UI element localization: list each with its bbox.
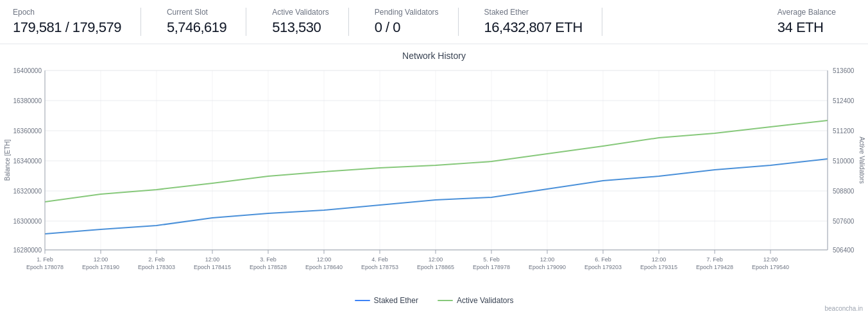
stat-epoch-label: Epoch (13, 8, 121, 17)
stat-epoch: Epoch 179,581 / 179,579 (13, 8, 141, 36)
svg-text:Epoch 178190: Epoch 178190 (82, 264, 119, 270)
watermark: beaconcha.in (825, 305, 864, 312)
svg-text:Epoch 178753: Epoch 178753 (361, 264, 398, 270)
svg-text:512400: 512400 (833, 97, 855, 104)
svg-text:7. Feb: 7. Feb (706, 256, 723, 263)
svg-text:6. Feb: 6. Feb (595, 256, 611, 263)
svg-text:12:00: 12:00 (540, 256, 555, 263)
legend-active-validators: Active Validators (438, 296, 513, 305)
svg-text:Epoch 178415: Epoch 178415 (194, 264, 231, 270)
svg-text:Active Validators: Active Validators (858, 136, 865, 184)
staked-ether-legend-icon (355, 300, 370, 301)
svg-text:3. Feb: 3. Feb (260, 256, 277, 263)
stat-staked-ether-label: Staked Ether (484, 8, 583, 17)
stat-avg-balance-label: Average Balance (778, 8, 836, 17)
stat-slot-label: Current Slot (167, 8, 226, 17)
svg-text:510000: 510000 (833, 158, 855, 165)
svg-text:507600: 507600 (833, 218, 855, 225)
active-validators-legend-icon (438, 300, 453, 301)
stat-pending-validators-label: Pending Validators (375, 8, 439, 17)
svg-text:5. Feb: 5. Feb (483, 256, 500, 263)
svg-text:Epoch 178528: Epoch 178528 (250, 264, 287, 270)
svg-text:12:00: 12:00 (205, 256, 220, 263)
stat-epoch-value: 179,581 / 179,579 (13, 19, 121, 36)
svg-text:Epoch 178640: Epoch 178640 (305, 264, 343, 270)
svg-text:16400000: 16400000 (13, 67, 42, 74)
svg-text:2. Feb: 2. Feb (148, 256, 165, 263)
svg-text:508800: 508800 (833, 188, 855, 195)
stat-pending-validators-value: 0 / 0 (375, 19, 439, 36)
stat-active-validators: Active Validators 513,530 (266, 8, 348, 36)
legend-staked-ether: Staked Ether (355, 296, 418, 305)
stat-avg-balance: Average Balance 34 ETH (771, 8, 855, 36)
stat-staked-ether: Staked Ether 16,432,807 ETH (478, 8, 602, 36)
svg-text:16280000: 16280000 (13, 247, 42, 254)
stat-pending-validators: Pending Validators 0 / 0 (368, 8, 459, 36)
svg-text:12:00: 12:00 (429, 256, 443, 263)
stat-avg-balance-value: 34 ETH (778, 19, 836, 36)
svg-text:Balance [ETH]: Balance [ETH] (4, 140, 11, 181)
svg-text:Epoch 179090: Epoch 179090 (529, 264, 566, 270)
svg-text:Epoch 178078: Epoch 178078 (26, 264, 64, 270)
svg-text:12:00: 12:00 (94, 256, 108, 263)
chart-legend: Staked Ether Active Validators (0, 296, 868, 305)
chart-title: Network History (0, 51, 868, 61)
svg-text:16300000: 16300000 (13, 218, 42, 225)
svg-text:16360000: 16360000 (13, 128, 42, 135)
svg-text:16320000: 16320000 (13, 188, 42, 195)
svg-text:12:00: 12:00 (763, 256, 778, 263)
svg-text:Epoch 178303: Epoch 178303 (138, 264, 175, 270)
chart-container: Network History 16400000 (0, 44, 868, 313)
header-stats: Epoch 179,581 / 179,579 Current Slot 5,7… (0, 0, 868, 44)
svg-rect-1 (45, 70, 828, 250)
svg-text:Epoch 178978: Epoch 178978 (473, 264, 510, 270)
svg-text:Epoch 179203: Epoch 179203 (584, 264, 622, 270)
svg-text:16380000: 16380000 (13, 97, 42, 104)
stat-staked-ether-value: 16,432,807 ETH (484, 19, 583, 36)
svg-text:1. Feb: 1. Feb (37, 256, 53, 263)
svg-text:Epoch 179428: Epoch 179428 (696, 264, 733, 270)
svg-text:Epoch 179315: Epoch 179315 (640, 264, 677, 270)
svg-text:Epoch 178865: Epoch 178865 (417, 264, 454, 270)
svg-text:Epoch 179540: Epoch 179540 (752, 264, 789, 270)
staked-ether-legend-label: Staked Ether (374, 296, 418, 305)
stat-slot-value: 5,746,619 (167, 19, 226, 36)
stat-slot: Current Slot 5,746,619 (160, 8, 246, 36)
svg-text:16340000: 16340000 (13, 158, 42, 165)
stat-active-validators-value: 513,530 (272, 19, 328, 36)
svg-text:12:00: 12:00 (652, 256, 667, 263)
stat-active-validators-label: Active Validators (272, 8, 328, 17)
network-history-chart: 16400000 16380000 16360000 16340000 1632… (0, 64, 868, 295)
svg-text:511200: 511200 (833, 128, 855, 135)
svg-text:12:00: 12:00 (317, 256, 332, 263)
svg-text:506400: 506400 (833, 247, 855, 254)
svg-text:513600: 513600 (833, 67, 855, 74)
active-validators-legend-label: Active Validators (457, 296, 513, 305)
svg-text:4. Feb: 4. Feb (371, 256, 388, 263)
